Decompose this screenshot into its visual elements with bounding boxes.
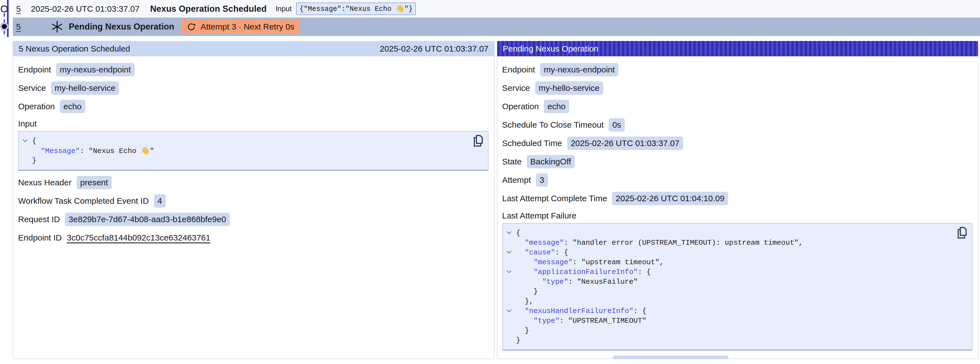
field-row-endpoint: Endpointmy-nexus-endpoint bbox=[18, 63, 488, 77]
field-value-badge: echo bbox=[544, 100, 569, 113]
retry-arrow-icon bbox=[187, 22, 196, 32]
endpoint-id-link[interactable]: 3c0c75ccfa8144b092c13ce632463761 bbox=[67, 233, 210, 243]
json-text: { bbox=[516, 229, 521, 237]
json-key: "type" bbox=[542, 278, 568, 286]
json-text: } bbox=[516, 326, 529, 335]
field-value-badge: 4 bbox=[154, 194, 166, 208]
copy-icon[interactable] bbox=[473, 135, 483, 147]
event-row-scheduled[interactable]: 5 2025-02-26 UTC 01:03:37.07 Nexus Opera… bbox=[13, 0, 980, 18]
code-line: } bbox=[22, 155, 482, 165]
code-text: "message": "handler error (UPSTREAM_TIME… bbox=[516, 239, 803, 247]
pending-panel-body: Endpointmy-nexus-endpointServicemy-hello… bbox=[497, 56, 978, 359]
code-text: "Message": "Nexus Echo 👋" bbox=[32, 146, 154, 155]
code-line: } bbox=[507, 287, 967, 296]
code-line: "nexusHandlerFailureInfo": { bbox=[507, 306, 967, 316]
json-text: }, bbox=[516, 297, 533, 305]
field-value-badge: 3e829b7e-7d67-4b08-aad3-b1e868bfe9e0 bbox=[65, 213, 230, 226]
timeline-node-selected[interactable] bbox=[1, 23, 8, 30]
failure-code-codeblock: { "message": "handler error (UPSTREAM_TI… bbox=[502, 223, 973, 351]
chevron-down-icon[interactable] bbox=[507, 231, 516, 235]
chevron-down-icon[interactable] bbox=[22, 139, 32, 142]
code-text: } bbox=[516, 326, 529, 335]
chevron-down-icon[interactable] bbox=[507, 251, 516, 254]
code-text: { bbox=[32, 137, 37, 145]
code-line: "message": "handler error (UPSTREAM_TIME… bbox=[507, 238, 967, 247]
field-row-service: Servicemy-hello-service bbox=[502, 81, 973, 95]
timeline-rail bbox=[7, 0, 9, 37]
code-text: "applicationFailureInfo": { bbox=[516, 268, 651, 276]
timeline-node-open[interactable] bbox=[2, 6, 8, 12]
event-id-link[interactable]: 5 bbox=[16, 4, 21, 14]
field-label: Operation bbox=[18, 102, 55, 111]
field-label: Service bbox=[502, 83, 530, 93]
json-text bbox=[516, 307, 525, 315]
field-row-last-attempt-failure: Last Attempt Failure bbox=[502, 211, 973, 221]
json-text: : "upstream timeout", bbox=[573, 258, 664, 267]
field-value-badge: 2025-02-26 UTC 01:04:10.09 bbox=[612, 192, 728, 205]
json-text: : { bbox=[555, 248, 568, 257]
field-label: Last Attempt Complete Time bbox=[502, 194, 607, 203]
json-text: { bbox=[32, 137, 37, 145]
chevron-down-icon[interactable] bbox=[507, 270, 516, 273]
code-text: "message": "upstream timeout", bbox=[516, 258, 664, 267]
field-value-badge: BackingOff bbox=[527, 155, 575, 168]
field-value-badge: my-nexus-endpoint bbox=[540, 63, 619, 77]
code-line: "applicationFailureInfo": { bbox=[507, 267, 967, 277]
code-text: }, bbox=[516, 297, 533, 305]
json-key: "cause" bbox=[525, 248, 555, 257]
field-label: Next Attempt Schedule Time bbox=[502, 358, 608, 359]
field-label: Request ID bbox=[18, 215, 60, 224]
field-label: Nexus Header bbox=[18, 178, 72, 187]
chevron-down-icon[interactable] bbox=[507, 310, 516, 313]
json-key: "Message" bbox=[41, 147, 80, 155]
json-text bbox=[516, 258, 533, 267]
code-line: }, bbox=[507, 296, 967, 306]
field-row-nexus-header: Nexus Headerpresent bbox=[18, 176, 488, 189]
event-history-rows: 5 2025-02-26 UTC 01:03:37.07 Nexus Opera… bbox=[13, 0, 980, 36]
pending-panel-title: Pending Nexus Operation bbox=[503, 44, 599, 54]
field-row-request-id: Request ID3e829b7e-7d67-4b08-aad3-b1e868… bbox=[18, 213, 488, 226]
pending-operation-title: Pending Nexus Operation bbox=[69, 22, 174, 32]
asterisk-icon bbox=[51, 21, 63, 33]
event-detail-panel: 5 Nexus Operation Scheduled 2025-02-26 U… bbox=[13, 41, 495, 359]
code-text: "type": "UPSTREAM_TIMEOUT" bbox=[516, 317, 647, 325]
json-text: : "handler error (UPSTREAM_TIMEOUT): ups… bbox=[564, 239, 803, 247]
json-key: "type" bbox=[533, 317, 560, 325]
json-text bbox=[516, 248, 525, 257]
json-key: "message" bbox=[525, 239, 564, 247]
event-panel-header: 5 Nexus Operation Scheduled 2025-02-26 U… bbox=[13, 41, 494, 56]
code-line: "type": "NexusFailure" bbox=[507, 277, 967, 287]
field-value-badge: my-hello-service bbox=[535, 81, 603, 95]
json-text: : { bbox=[638, 268, 651, 276]
field-row-operation: Operationecho bbox=[502, 100, 973, 113]
event-id-link[interactable]: 5 bbox=[16, 22, 21, 32]
json-text bbox=[516, 268, 533, 276]
code-text: } bbox=[516, 336, 521, 345]
field-label: Last Attempt Failure bbox=[502, 211, 577, 220]
field-value-badge: my-nexus-endpoint bbox=[56, 63, 134, 77]
copy-icon[interactable] bbox=[957, 227, 967, 239]
field-value-badge: 2025-02-26 UTC 01:04:13.93 bbox=[612, 356, 729, 359]
field-row-workflow-task-completed-event-id: Workflow Task Completed Event ID4 bbox=[18, 194, 488, 208]
event-panel-title: 5 Nexus Operation Scheduled bbox=[19, 44, 130, 54]
field-label: Service bbox=[18, 83, 46, 93]
field-label: Endpoint ID bbox=[18, 233, 62, 243]
field-row-attempt: Attempt3 bbox=[502, 173, 973, 187]
field-row-state: StateBackingOff bbox=[502, 155, 973, 168]
field-row-last-attempt-complete-time: Last Attempt Complete Time2025-02-26 UTC… bbox=[502, 192, 973, 205]
code-text: "nexusHandlerFailureInfo": { bbox=[516, 307, 647, 315]
code-line: "message": "upstream timeout", bbox=[507, 257, 967, 267]
json-text: : "Nexus Echo 👋" bbox=[80, 147, 154, 155]
event-row-pending[interactable]: 5 Pending Nexus Operation Attempt 3 · Ne… bbox=[13, 18, 980, 36]
json-text bbox=[516, 278, 542, 286]
event-title: Nexus Operation Scheduled bbox=[150, 4, 267, 14]
field-row-operation: Operationecho bbox=[18, 100, 488, 113]
json-text bbox=[32, 147, 41, 155]
event-panel-body: Endpointmy-nexus-endpointServicemy-hello… bbox=[13, 56, 494, 250]
json-text: } bbox=[516, 287, 538, 296]
field-label: State bbox=[502, 157, 522, 166]
json-key: "message" bbox=[533, 258, 573, 267]
event-panel-timestamp: 2025-02-26 UTC 01:03:37.07 bbox=[380, 44, 488, 54]
code-line: { bbox=[22, 136, 482, 146]
field-label: Scheduled Time bbox=[502, 139, 562, 148]
